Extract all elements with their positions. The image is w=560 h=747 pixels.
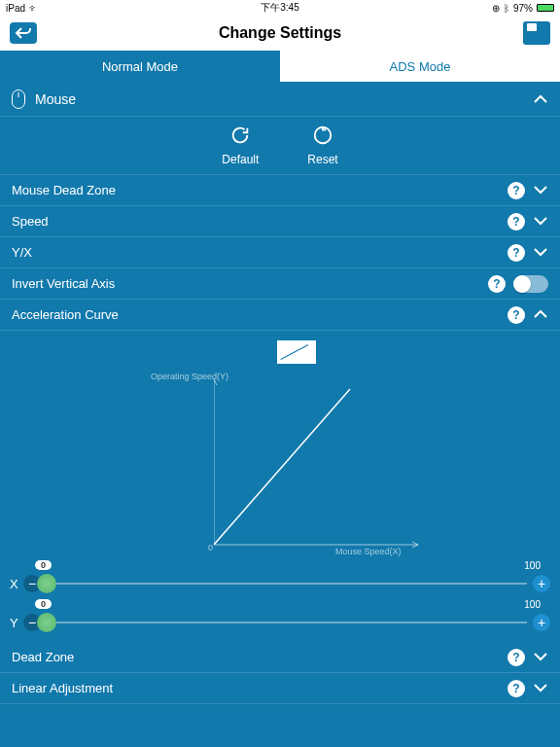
action-row: Default Reset bbox=[0, 117, 560, 175]
default-label: Default bbox=[222, 153, 259, 166]
section-label: Mouse bbox=[35, 91, 76, 107]
row-label: Invert Vertical Axis bbox=[12, 276, 115, 291]
row-mouse-dead-zone[interactable]: Mouse Dead Zone ? bbox=[0, 175, 560, 206]
wifi-icon: ᯤ bbox=[29, 3, 39, 14]
mouse-icon bbox=[12, 89, 25, 109]
bluetooth-icon: ᛒ bbox=[504, 3, 509, 14]
reset-icon bbox=[312, 124, 333, 149]
row-speed[interactable]: Speed ? bbox=[0, 206, 560, 237]
chart-axes bbox=[214, 379, 428, 554]
y-slider-handle[interactable] bbox=[37, 613, 56, 632]
tab-normal-mode[interactable]: Normal Mode bbox=[0, 51, 280, 82]
row-label: Dead Zone bbox=[12, 650, 74, 664]
chevron-down-icon bbox=[533, 214, 548, 229]
row-dead-zone[interactable]: Dead Zone ? bbox=[0, 642, 560, 673]
x-max-label: 100 bbox=[524, 560, 541, 571]
y-slider-track[interactable] bbox=[47, 622, 527, 623]
battery-pct: 97% bbox=[513, 3, 533, 14]
tab-ads-mode[interactable]: ADS Mode bbox=[280, 51, 560, 82]
chevron-down-icon bbox=[533, 245, 548, 260]
row-yx[interactable]: Y/X ? bbox=[0, 237, 560, 268]
row-label: Y/X bbox=[12, 245, 32, 260]
row-label: Acceleration Curve bbox=[12, 307, 119, 322]
chevron-up-icon bbox=[533, 307, 548, 322]
tabs: Normal Mode ADS Mode bbox=[0, 51, 560, 82]
header: Change Settings bbox=[0, 16, 560, 51]
help-icon[interactable]: ? bbox=[508, 244, 525, 262]
x-plus-button[interactable]: + bbox=[533, 575, 550, 592]
origin-label: 0 bbox=[208, 543, 213, 552]
curve-thumbnail[interactable] bbox=[277, 340, 316, 364]
device-label: iPad bbox=[6, 3, 25, 14]
reset-button[interactable]: Reset bbox=[307, 124, 337, 166]
help-icon[interactable]: ? bbox=[508, 182, 525, 199]
help-icon[interactable]: ? bbox=[508, 680, 525, 697]
refresh-icon bbox=[229, 124, 251, 149]
y-max-label: 100 bbox=[524, 599, 541, 610]
rotation-lock-icon: ⊕ bbox=[492, 3, 500, 14]
help-icon[interactable]: ? bbox=[508, 649, 525, 666]
svg-line-3 bbox=[214, 389, 350, 545]
help-icon[interactable]: ? bbox=[488, 275, 506, 293]
chevron-down-icon bbox=[533, 681, 548, 695]
chevron-up-icon bbox=[533, 91, 548, 107]
row-label: Mouse Dead Zone bbox=[12, 183, 116, 197]
slider-y: 0 100 Y − + bbox=[0, 603, 560, 642]
battery-icon bbox=[537, 4, 554, 12]
x-axis-label: X bbox=[10, 577, 23, 591]
x-value-badge: 0 bbox=[35, 560, 52, 570]
row-acceleration-curve[interactable]: Acceleration Curve ? bbox=[0, 300, 560, 331]
x-axis-label: Mouse Speed(X) bbox=[335, 547, 402, 556]
slider-x: 0 100 X − + bbox=[0, 564, 560, 603]
help-icon[interactable]: ? bbox=[508, 213, 525, 231]
default-button[interactable]: Default bbox=[222, 124, 259, 166]
row-label: Speed bbox=[12, 214, 49, 229]
page-title: Change Settings bbox=[219, 24, 341, 42]
acceleration-curve-chart: Operating Speed(Y) 0 Mouse Speed(X) bbox=[0, 331, 560, 564]
help-icon[interactable]: ? bbox=[508, 306, 525, 324]
status-bar: iPadᯤ 下午3:45 ⊕ᛒ97% bbox=[0, 0, 560, 16]
y-value-badge: 0 bbox=[35, 599, 52, 609]
row-label: Linear Adjustment bbox=[12, 681, 113, 695]
reset-label: Reset bbox=[307, 153, 337, 166]
invert-toggle[interactable] bbox=[513, 275, 548, 293]
chevron-down-icon bbox=[533, 183, 548, 197]
y-axis-label: Y bbox=[10, 616, 23, 630]
x-slider-track[interactable] bbox=[47, 583, 527, 585]
save-button[interactable] bbox=[523, 21, 550, 45]
row-invert-vertical: Invert Vertical Axis ? bbox=[0, 268, 560, 300]
x-slider-handle[interactable] bbox=[37, 574, 56, 593]
y-plus-button[interactable]: + bbox=[533, 614, 550, 631]
section-mouse[interactable]: Mouse bbox=[0, 82, 560, 117]
status-time: 下午3:45 bbox=[261, 1, 298, 15]
row-linear-adjustment[interactable]: Linear Adjustment ? bbox=[0, 673, 560, 704]
back-button[interactable] bbox=[10, 22, 37, 44]
chevron-down-icon bbox=[533, 650, 548, 664]
